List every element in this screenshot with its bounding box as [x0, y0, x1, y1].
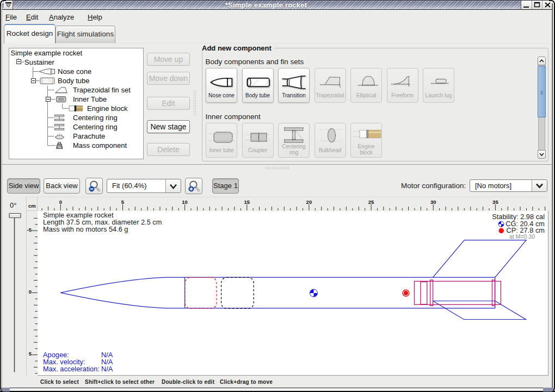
svg-text:25: 25 — [368, 199, 374, 205]
svg-text:30: 30 — [430, 199, 436, 205]
svg-text:at M=0.30: at M=0.30 — [509, 233, 535, 240]
svg-text:10: 10 — [182, 199, 188, 205]
svg-text:Mass with no motors 54.6 g: Mass with no motors 54.6 g — [43, 225, 128, 233]
svg-text:0: 0 — [59, 199, 62, 205]
svg-text:15: 15 — [244, 199, 250, 205]
svg-text:0: 0 — [29, 289, 32, 295]
svg-text:0°: 0° — [10, 201, 16, 209]
svg-text:35: 35 — [492, 199, 498, 205]
svg-text:5: 5 — [29, 351, 32, 357]
svg-text:N/A: N/A — [101, 365, 113, 373]
svg-text:20: 20 — [306, 199, 312, 205]
svg-text:cm: cm — [28, 203, 36, 209]
svg-text:Max. acceleration:: Max. acceleration: — [43, 365, 100, 373]
svg-text:5: 5 — [121, 199, 125, 205]
svg-text:-5: -5 — [27, 227, 32, 233]
